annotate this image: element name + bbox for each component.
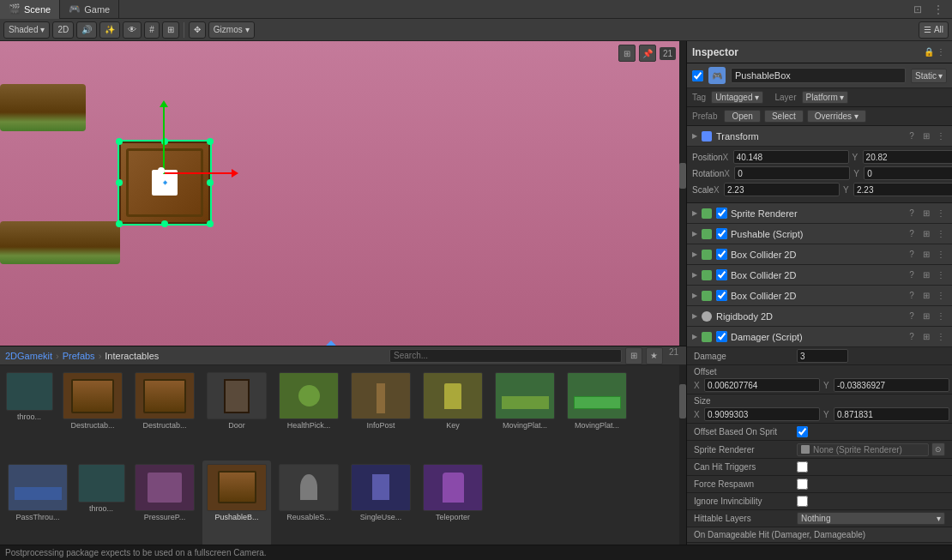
scene-vis-button[interactable]: 👁	[123, 21, 142, 39]
audio-button[interactable]: 🔊	[76, 21, 97, 39]
lock-icon[interactable]: 🔒	[923, 46, 935, 58]
offset-x-input[interactable]	[704, 378, 820, 392]
rigidbody-settings-btn[interactable]: ⊞	[920, 310, 932, 322]
box-collider-1-menu-btn[interactable]: ⋮	[935, 249, 947, 261]
offset-based-checkbox[interactable]	[797, 426, 808, 437]
breadcrumb-part1[interactable]: 2DGamekit	[5, 351, 52, 361]
list-item[interactable]: Destructab...	[58, 369, 127, 457]
scale-y-input[interactable]	[853, 183, 952, 196]
sprite-renderer-checkbox[interactable]	[716, 208, 727, 219]
select-button[interactable]: Select	[764, 110, 804, 123]
static-dropdown[interactable]: Static ▾	[911, 69, 947, 83]
options-icon[interactable]: ⋮	[930, 1, 947, 18]
list-item[interactable]: InfoPost	[346, 369, 415, 457]
scene-pin-icon[interactable]: 📌	[639, 45, 656, 62]
box-collider-3-menu-btn[interactable]: ⋮	[935, 290, 947, 302]
box-collider-3-header[interactable]: ▶ Box Collider 2D ? ⊞ ⋮	[687, 286, 952, 306]
grid-button[interactable]: #	[144, 21, 160, 39]
pushable-box[interactable]: 🔹	[117, 140, 212, 226]
handle-mr[interactable]	[207, 179, 214, 186]
sprite-renderer-object-field[interactable]: None (Sprite Renderer)	[797, 443, 929, 456]
maximize-icon[interactable]: ⊡	[909, 1, 926, 18]
rigidbody-header[interactable]: ▶ Rigidbody 2D ? ⊞ ⋮	[687, 306, 952, 327]
inspector-menu-icon[interactable]: ⋮	[935, 46, 947, 58]
2d-button[interactable]: 2D	[52, 21, 74, 39]
size-x-input[interactable]	[704, 407, 820, 421]
position-y-input[interactable]	[863, 150, 952, 164]
box-collider-2-menu-btn[interactable]: ⋮	[935, 269, 947, 281]
handle-br[interactable]	[207, 220, 214, 227]
pushable-menu-btn[interactable]: ⋮	[935, 228, 947, 240]
assets-scroll-thumb[interactable]	[679, 384, 686, 418]
list-item[interactable]: PushableB...	[202, 461, 271, 549]
object-name-input[interactable]	[731, 68, 906, 83]
list-item[interactable]: MovingPlat...	[491, 369, 559, 457]
list-item[interactable]: HealthPick...	[274, 369, 343, 457]
box-collider-1-header[interactable]: ▶ Box Collider 2D ? ⊞ ⋮	[687, 244, 952, 265]
assets-filter-btn[interactable]: ★	[646, 347, 663, 364]
scene-scrollbar[interactable]	[679, 41, 686, 346]
box-collider-3-help-btn[interactable]: ?	[906, 290, 918, 302]
list-item[interactable]: Teleporter	[419, 461, 487, 549]
move-button[interactable]: ✥	[189, 21, 206, 39]
pushable-settings-btn[interactable]: ⊞	[920, 228, 932, 240]
list-item[interactable]: Key	[419, 369, 487, 457]
list-item[interactable]: ReusableS...	[274, 461, 343, 549]
rigidbody-menu-btn[interactable]: ⋮	[935, 310, 947, 322]
damage-input[interactable]	[797, 349, 848, 363]
box-collider-1-settings-btn[interactable]: ⊞	[920, 249, 932, 261]
move-indicator[interactable]	[322, 340, 340, 346]
layer-dropdown[interactable]: Platform ▾	[802, 91, 848, 104]
pushable-script-header[interactable]: ▶ Pushable (Script) ? ⊞ ⋮	[687, 224, 952, 244]
rotation-y-input[interactable]	[864, 166, 952, 180]
open-button[interactable]: Open	[724, 110, 760, 123]
breadcrumb-part2[interactable]: Prefabs	[63, 351, 95, 361]
list-item[interactable]: Destructab...	[130, 369, 199, 457]
list-item[interactable]: MovingPlat...	[563, 369, 631, 457]
pushable-help-btn[interactable]: ?	[906, 228, 918, 240]
box-collider-2-settings-btn[interactable]: ⊞	[920, 269, 932, 281]
x-axis-arrow[interactable]	[165, 172, 233, 174]
assets-scrollbar[interactable]	[679, 365, 686, 551]
box-collider-2-header[interactable]: ▶ Box Collider 2D ? ⊞ ⋮	[687, 265, 952, 286]
box-collider-3-checkbox[interactable]	[716, 290, 727, 301]
damager-script-checkbox[interactable]	[716, 331, 727, 342]
tab-scene[interactable]: 🎬 Scene	[0, 0, 60, 19]
list-item[interactable]: Door	[202, 369, 271, 457]
damager-help-btn[interactable]: ?	[906, 331, 918, 343]
all-dropdown[interactable]: ☰ All	[919, 21, 949, 39]
sprite-renderer-pick-btn[interactable]: ⊙	[931, 443, 945, 456]
handle-tr[interactable]	[207, 138, 214, 145]
scene-settings-icon[interactable]: ⊞	[618, 45, 636, 62]
scene-scroll-thumb[interactable]	[679, 163, 686, 189]
force-respawn-checkbox[interactable]	[797, 479, 808, 490]
pushable-script-checkbox[interactable]	[716, 228, 727, 239]
handle-bm[interactable]	[161, 220, 168, 227]
handle-tl[interactable]	[116, 138, 123, 145]
assets-search-input[interactable]	[389, 349, 622, 363]
sprite-renderer-settings-btn[interactable]: ⊞	[920, 208, 932, 220]
scene-viewport[interactable]: 🔹	[0, 41, 686, 346]
list-item[interactable]: throo...	[3, 369, 55, 457]
transform-help-btn[interactable]: ?	[906, 130, 918, 142]
shaded-dropdown[interactable]: Shaded ▾	[3, 21, 50, 39]
transform-component-header[interactable]: ▶ Transform ? ⊞ ⋮	[687, 126, 952, 147]
ignore-invincibility-checkbox[interactable]	[797, 496, 808, 507]
sprite-renderer-help-btn[interactable]: ?	[906, 208, 918, 220]
box-collider-1-help-btn[interactable]: ?	[906, 249, 918, 261]
transform-settings-btn[interactable]: ⊞	[920, 130, 932, 142]
damager-script-header[interactable]: ▶ Damager (Script) ? ⊞ ⋮	[687, 327, 952, 347]
offset-y-input[interactable]	[834, 378, 949, 392]
list-item[interactable]: throo...	[75, 461, 127, 549]
box-collider-1-checkbox[interactable]	[716, 249, 727, 260]
scale-x-input[interactable]	[724, 183, 840, 196]
list-item[interactable]: PressureP...	[130, 461, 199, 549]
breadcrumb-part3[interactable]: Interactables	[105, 351, 159, 361]
damager-menu-btn[interactable]: ⋮	[935, 331, 947, 343]
box-collider-2-help-btn[interactable]: ?	[906, 269, 918, 281]
handle-ml[interactable]	[116, 179, 123, 186]
position-x-input[interactable]	[733, 150, 849, 164]
snap-button[interactable]: ⊞	[162, 21, 179, 39]
sprite-renderer-menu-btn[interactable]: ⋮	[935, 208, 947, 220]
object-active-checkbox[interactable]	[692, 70, 703, 81]
